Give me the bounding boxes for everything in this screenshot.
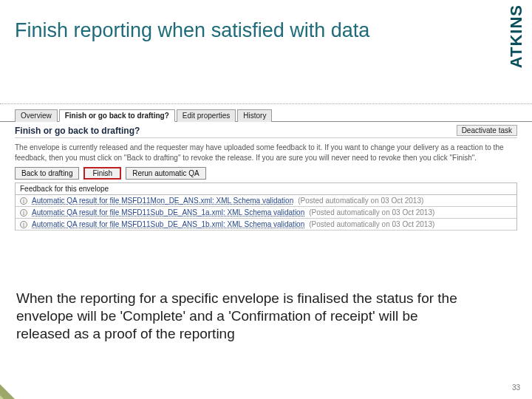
deactivate-task-button[interactable]: Deactivate task xyxy=(457,125,517,136)
corner-decoration xyxy=(0,362,37,399)
feedback-link[interactable]: Automatic QA result for file MSFD11Sub_D… xyxy=(32,220,304,228)
finish-button[interactable]: Finish xyxy=(83,167,121,180)
section-description: The envelope is currently released and t… xyxy=(0,143,532,167)
slide-title: Finish reporting when satisfied with dat… xyxy=(15,19,369,42)
tab-bar: Overview Finish or go back to drafting? … xyxy=(0,109,532,121)
button-row: Back to drafting Finish Rerun automatic … xyxy=(0,167,532,183)
app-screenshot: Overview Finish or go back to drafting? … xyxy=(0,103,532,231)
feedback-link[interactable]: Automatic QA result for file MSFD11Sub_D… xyxy=(32,208,304,216)
info-icon: i xyxy=(20,221,27,228)
feedback-panel: Feedback for this envelope i Automatic Q… xyxy=(15,183,517,231)
section-divider xyxy=(15,137,517,138)
section-title: Finish or go back to drafting? xyxy=(15,126,140,136)
slide-body-text: When the reporting for a specific envelo… xyxy=(16,290,467,342)
divider xyxy=(0,103,532,104)
tab-history[interactable]: History xyxy=(237,109,272,122)
feedback-header: Feedback for this envelope xyxy=(16,183,516,195)
page-number: 33 xyxy=(512,383,520,392)
rerun-qa-button[interactable]: Rerun automatic QA xyxy=(126,167,206,180)
feedback-item: i Automatic QA result for file MSFD11Mon… xyxy=(16,195,516,207)
atkins-logo: ATKINS xyxy=(507,4,526,68)
back-to-drafting-button[interactable]: Back to drafting xyxy=(15,167,79,180)
tab-edit-properties[interactable]: Edit properties xyxy=(177,109,236,122)
info-icon: i xyxy=(20,197,27,205)
feedback-link[interactable]: Automatic QA result for file MSFD11Mon_D… xyxy=(32,197,293,205)
svg-marker-0 xyxy=(0,377,22,399)
tab-finish[interactable]: Finish or go back to drafting? xyxy=(59,109,175,122)
feedback-meta: (Posted automatically on 03 Oct 2013) xyxy=(309,208,434,216)
feedback-item: i Automatic QA result for file MSFD11Sub… xyxy=(16,207,516,219)
info-icon: i xyxy=(20,209,27,216)
tab-overview[interactable]: Overview xyxy=(15,109,58,122)
feedback-item: i Automatic QA result for file MSFD11Sub… xyxy=(16,219,516,231)
feedback-meta: (Posted automatically on 03 Oct 2013) xyxy=(309,220,434,228)
feedback-meta: (Posted automatically on 03 Oct 2013) xyxy=(298,197,423,205)
